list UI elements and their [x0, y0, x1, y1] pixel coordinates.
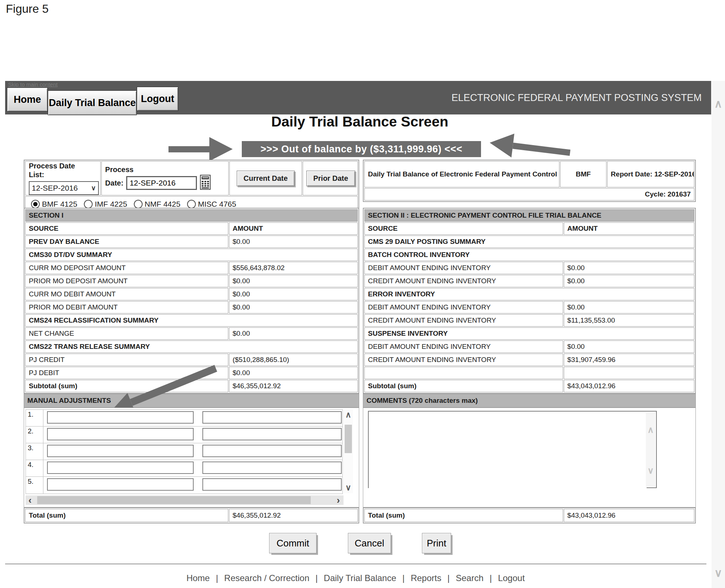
footer-nav: Home | Research / Correction | Daily Tri…	[0, 573, 711, 583]
subtotal-row: Subtotal (sum)$43,043,012.96	[364, 380, 694, 392]
footer-link-reports[interactable]: Reports	[411, 573, 441, 583]
section2-header: SECTION II : ELECTRONIC PAYMENT CONTROL …	[364, 209, 694, 222]
adjustment-amount-input[interactable]	[202, 411, 342, 424]
scroll-right-icon[interactable]: ›	[337, 495, 340, 505]
out-of-balance-banner: >>> Out of balance by ($3,311,999.96) <<…	[242, 141, 481, 157]
top-nav-bar: Skip to main content Home Daily Trial Ba…	[5, 81, 711, 114]
report-date: Report Date: 12-SEP-2016	[607, 161, 694, 187]
table-row: CURR MO DEPOSIT AMOUNT$556,643,878.02	[25, 262, 358, 274]
logout-button[interactable]: Logout	[137, 87, 178, 111]
radio-unselected-icon[interactable]	[134, 200, 143, 209]
footer-link-logout[interactable]: Logout	[498, 573, 524, 583]
table-group-row: CMS24 RECLASSIFICATION SUMMARY	[25, 314, 358, 327]
empty-row	[364, 367, 694, 379]
table-row: PJ CREDIT($510,288,865.10)	[25, 354, 358, 366]
process-date-list-label: Process Date List:	[29, 161, 97, 179]
radio-misc-4765[interactable]: MISC 4765	[187, 200, 236, 209]
total-value: $46,355,012.92	[229, 509, 358, 522]
adjustment-description-input[interactable]	[47, 462, 194, 474]
process-date-list-cell: Process Date List: 12-SEP-2016 ∨	[25, 161, 101, 195]
table-row: CURR MO DEBIT AMOUNT$0.00	[25, 288, 358, 300]
scroll-left-icon[interactable]: ‹	[28, 495, 32, 505]
footer-separator: |	[447, 573, 450, 583]
adjustment-description-input[interactable]	[47, 428, 194, 440]
adjustment-row: 3.	[26, 443, 343, 460]
comments-textarea[interactable]	[369, 412, 647, 489]
print-button[interactable]: Print	[422, 533, 451, 553]
commit-button[interactable]: Commit	[269, 533, 317, 553]
radio-selected-icon[interactable]	[31, 200, 40, 209]
table-row: NET CHANGE$0.00	[25, 327, 358, 340]
col-source: SOURCE	[364, 222, 563, 235]
cancel-button[interactable]: Cancel	[348, 533, 391, 553]
adjustment-row: 5.	[26, 476, 343, 494]
adjustment-description-input[interactable]	[47, 411, 194, 424]
table-group-row: CMS22 TRANS RELEASE SUMMARY	[25, 340, 358, 353]
row-number: 4.	[26, 460, 43, 477]
scroll-down-icon[interactable]: ∨	[646, 466, 655, 476]
adjustment-amount-input[interactable]	[202, 445, 342, 457]
process-date-list-select[interactable]: 12-SEP-2016 ∨	[29, 181, 99, 195]
radio-unselected-icon[interactable]	[84, 200, 93, 209]
scroll-down-icon[interactable]: ∨	[344, 483, 353, 492]
table-group-row: CMS30 DT/DV SUMMARY	[25, 249, 358, 261]
footer-link-daily-trial-balance[interactable]: Daily Trial Balance	[324, 573, 396, 583]
prior-date-cell: Prior Date	[303, 161, 358, 195]
radio-nmf-4425[interactable]: NMF 4425	[134, 200, 181, 209]
radio-imf-4225[interactable]: IMF 4225	[84, 200, 127, 209]
adjustment-amount-input[interactable]	[202, 462, 342, 474]
page-scrollbar[interactable]: ∧ ∨	[712, 81, 725, 588]
adjustment-amount-input[interactable]	[202, 428, 342, 440]
scroll-up-icon[interactable]: ∧	[344, 410, 353, 420]
table-row: CREDIT AMOUNT ENDING INVENTORY$11,135,55…	[364, 314, 694, 327]
table-group-row: ERROR INVENTORY	[364, 288, 694, 300]
row-number: 1.	[26, 410, 43, 427]
process-date-panel: Process Date List: 12-SEP-2016 ∨ Process…	[24, 160, 359, 214]
adjustment-description-input[interactable]	[47, 478, 194, 491]
skip-to-main-content-link[interactable]: Skip to main content	[8, 81, 58, 87]
row-number: 5.	[26, 477, 43, 494]
page-title: Daily Trial Balance Screen	[24, 114, 696, 130]
scroll-up-icon[interactable]: ∧	[712, 98, 725, 109]
home-button[interactable]: Home	[7, 87, 48, 112]
process-date-cell: Process Date:	[101, 161, 228, 195]
comments-header: COMMENTS (720 characters max)	[363, 394, 696, 408]
radio-unselected-icon[interactable]	[187, 200, 196, 209]
table-row: CREDIT AMOUNT ENDING INVENTORY$0.00	[364, 275, 694, 287]
arrow-right-icon	[168, 137, 233, 161]
footer-separator: |	[402, 573, 404, 583]
adjustment-row: 4.	[26, 460, 343, 477]
manual-adjustments-header: MANUAL ADJUSTMENTS	[24, 394, 359, 408]
section1-table: SECTION I SOURCE AMOUNT PREV DAY BALANCE…	[24, 208, 359, 394]
table-row: DEBIT AMOUNT ENDING INVENTORY$0.00	[364, 301, 694, 314]
process-date-input[interactable]	[126, 176, 197, 190]
adjustment-amount-input[interactable]	[202, 478, 342, 491]
footer-separator: |	[216, 573, 218, 583]
table-group-row: CMS 29 DAILY POSTING SUMMARY	[364, 235, 694, 248]
scrollbar-thumb[interactable]	[37, 496, 311, 504]
prior-date-button[interactable]: Prior Date	[306, 171, 355, 186]
adjustment-row: 1.	[26, 409, 343, 427]
table-row: DEBIT AMOUNT ENDING INVENTORY$0.00	[364, 262, 694, 274]
radio-bmf-4125[interactable]: BMF 4125	[31, 200, 77, 209]
footer-link-research-correction[interactable]: Research / Correction	[224, 573, 309, 583]
scrollbar-thumb[interactable]	[345, 425, 352, 453]
table-group-row: BATCH CONTROL INVENTORY	[364, 249, 694, 261]
adjustments-vertical-scrollbar[interactable]: ∧ ∨	[344, 409, 353, 493]
footer-separator: |	[489, 573, 492, 583]
scroll-down-icon[interactable]: ∨	[712, 568, 725, 579]
adjustment-row: 2.	[26, 426, 343, 444]
scroll-up-icon[interactable]: ∧	[646, 425, 655, 435]
comments-scrollbar[interactable]: ∧ ∨	[646, 412, 655, 487]
footer-link-home[interactable]: Home	[186, 573, 210, 583]
comments-panel: ∧ ∨	[363, 408, 696, 507]
table-row: CREDIT AMOUNT ENDING INVENTORY$31,907,45…	[364, 354, 694, 366]
table-row: PRIOR MO DEBIT AMOUNT$0.00	[25, 301, 358, 314]
daily-trial-balance-button[interactable]: Daily Trial Balance	[48, 90, 137, 115]
calendar-picker-icon[interactable]	[200, 175, 211, 192]
adjustment-description-input[interactable]	[47, 445, 194, 457]
current-date-button[interactable]: Current Date	[237, 171, 295, 186]
section1-header: SECTION I	[25, 209, 358, 222]
adjustments-horizontal-scrollbar[interactable]: ‹ ›	[26, 495, 344, 505]
footer-link-search[interactable]: Search	[456, 573, 484, 583]
